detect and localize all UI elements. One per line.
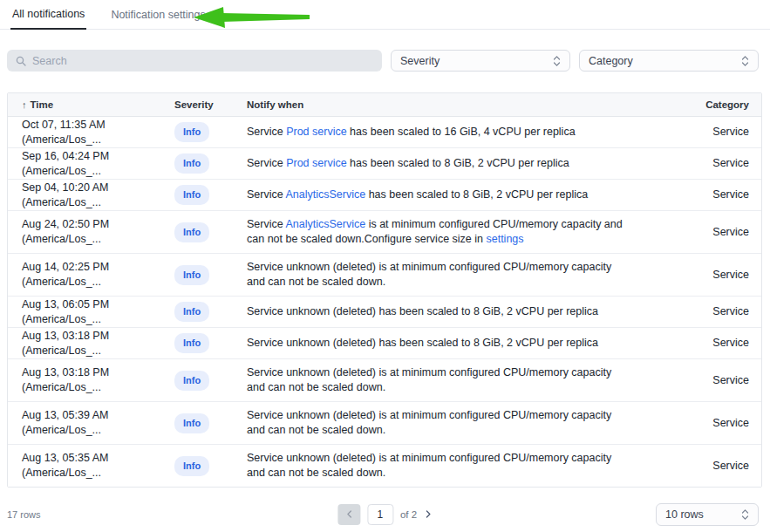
category-select[interactable]: Category xyxy=(579,50,759,72)
table-row[interactable]: Sep 04, 10:20 AM (America/Los_... Info S… xyxy=(8,180,761,211)
table-row[interactable]: Sep 16, 04:24 PM (America/Los_... Info S… xyxy=(8,148,761,180)
chevron-up-down-icon xyxy=(741,55,749,67)
table-row[interactable]: Oct 07, 11:35 AM (America/Los_... Info S… xyxy=(8,117,761,148)
column-header-time[interactable]: ↑ Time xyxy=(8,99,174,110)
row-message: Service AnalyticsService is at minimum c… xyxy=(247,211,637,253)
green-arrow-left-icon xyxy=(194,6,310,29)
severity-badge: Info xyxy=(174,122,209,142)
row-time: Aug 14, 02:25 PM (America/Los_... xyxy=(8,260,174,290)
row-category: Service xyxy=(664,268,761,283)
search-icon xyxy=(16,56,26,66)
severity-badge: Info xyxy=(174,371,209,391)
search-placeholder: Search xyxy=(32,55,67,67)
page-size-select[interactable]: 10 rows xyxy=(656,503,759,526)
row-category: Service xyxy=(664,304,761,319)
tab-all-notifications[interactable]: All notifications xyxy=(10,0,86,30)
chevron-up-down-icon xyxy=(553,55,561,67)
severity-badge: Info xyxy=(174,185,209,205)
chevron-right-icon xyxy=(426,510,431,518)
table-footer: 17 rows of 2 10 rows xyxy=(0,502,770,526)
chevron-up-down-icon xyxy=(741,508,749,521)
pagination: of 2 xyxy=(337,504,433,525)
table-header: ↑ Time Severity Notify when Category xyxy=(8,93,761,117)
table-row[interactable]: Aug 24, 02:50 PM (America/Los_... Info S… xyxy=(8,211,761,254)
row-message: Service unknown (deleted) has been scale… xyxy=(247,298,637,325)
row-category: Service xyxy=(664,125,761,140)
page-input[interactable] xyxy=(367,504,393,525)
chevron-left-icon xyxy=(346,510,351,518)
row-category: Service xyxy=(664,416,761,431)
notifications-table: ↑ Time Severity Notify when Category Oct… xyxy=(7,92,762,488)
row-category: Service xyxy=(664,336,761,351)
table-row[interactable]: Aug 13, 05:35 AM (America/Los_... Info S… xyxy=(8,445,761,487)
message-link[interactable]: AnalyticsService xyxy=(285,188,365,201)
rows-count: 17 rows xyxy=(7,509,41,520)
page-of-label: of 2 xyxy=(400,509,417,520)
row-time: Sep 16, 04:24 PM (America/Los_... xyxy=(8,149,174,179)
row-message: Service unknown (deleted) is at minimum … xyxy=(247,254,637,296)
row-time: Aug 24, 02:50 PM (America/Los_... xyxy=(8,217,174,247)
severity-badge: Info xyxy=(174,413,209,433)
filter-bar: Search Severity Category xyxy=(0,50,770,72)
row-time: Aug 13, 05:35 AM (America/Los_... xyxy=(8,451,174,481)
table-row[interactable]: Aug 13, 05:39 AM (America/Los_... Info S… xyxy=(8,402,761,445)
column-header-notify-when[interactable]: Notify when xyxy=(247,99,664,110)
row-message: Service unknown (deleted) is at minimum … xyxy=(247,359,637,401)
severity-badge: Info xyxy=(174,456,209,476)
row-category: Service xyxy=(664,156,761,171)
severity-badge: Info xyxy=(174,333,209,353)
column-header-category[interactable]: Category xyxy=(664,99,761,110)
severity-select[interactable]: Severity xyxy=(391,50,570,72)
row-category: Service xyxy=(664,373,761,388)
column-header-severity[interactable]: Severity xyxy=(174,99,247,110)
table-body: Oct 07, 11:35 AM (America/Los_... Info S… xyxy=(8,117,761,487)
severity-badge: Info xyxy=(174,153,209,174)
row-message: Service AnalyticsService has been scaled… xyxy=(247,181,637,208)
message-link[interactable]: settings xyxy=(486,233,523,245)
row-time: Aug 13, 06:05 PM (America/Los_... xyxy=(8,297,174,327)
row-category: Service xyxy=(664,225,761,240)
table-row[interactable]: Aug 13, 06:05 PM (America/Los_... Info S… xyxy=(8,297,761,328)
row-time: Sep 04, 10:20 AM (America/Los_... xyxy=(8,181,174,210)
table-row[interactable]: Aug 13, 03:18 PM (America/Los_... Info S… xyxy=(8,328,761,359)
message-link[interactable]: Prod service xyxy=(286,157,346,169)
row-category: Service xyxy=(664,459,761,474)
row-time: Oct 07, 11:35 AM (America/Los_... xyxy=(8,118,174,147)
row-time: Aug 13, 03:18 PM (America/Los_... xyxy=(8,329,174,358)
row-message: Service unknown (deleted) has been scale… xyxy=(247,330,637,357)
search-input[interactable]: Search xyxy=(7,50,382,72)
table-row[interactable]: Aug 14, 02:25 PM (America/Los_... Info S… xyxy=(8,254,761,297)
tab-bar: All notifications Notification settings xyxy=(0,0,770,30)
row-message: Service unknown (deleted) is at minimum … xyxy=(247,445,637,487)
row-time: Aug 13, 05:39 AM (America/Los_... xyxy=(8,408,174,438)
prev-page-button[interactable] xyxy=(337,504,360,525)
next-page-button[interactable] xyxy=(424,508,433,521)
message-link[interactable]: Prod service xyxy=(286,126,346,138)
message-link[interactable]: AnalyticsService xyxy=(285,218,365,230)
table-row[interactable]: Aug 13, 03:18 PM (America/Los_... Info S… xyxy=(8,359,761,402)
severity-badge: Info xyxy=(174,265,209,285)
row-category: Service xyxy=(664,188,761,202)
row-time: Aug 13, 03:18 PM (America/Los_... xyxy=(8,365,174,395)
severity-badge: Info xyxy=(174,302,209,322)
sort-arrow-up-icon: ↑ xyxy=(22,99,27,110)
tab-notification-settings[interactable]: Notification settings xyxy=(109,0,207,29)
row-message: Service unknown (deleted) is at minimum … xyxy=(247,402,637,444)
severity-badge: Info xyxy=(174,222,209,242)
row-message: Service Prod service has been scaled to … xyxy=(247,150,637,177)
row-message: Service Prod service has been scaled to … xyxy=(247,119,637,146)
